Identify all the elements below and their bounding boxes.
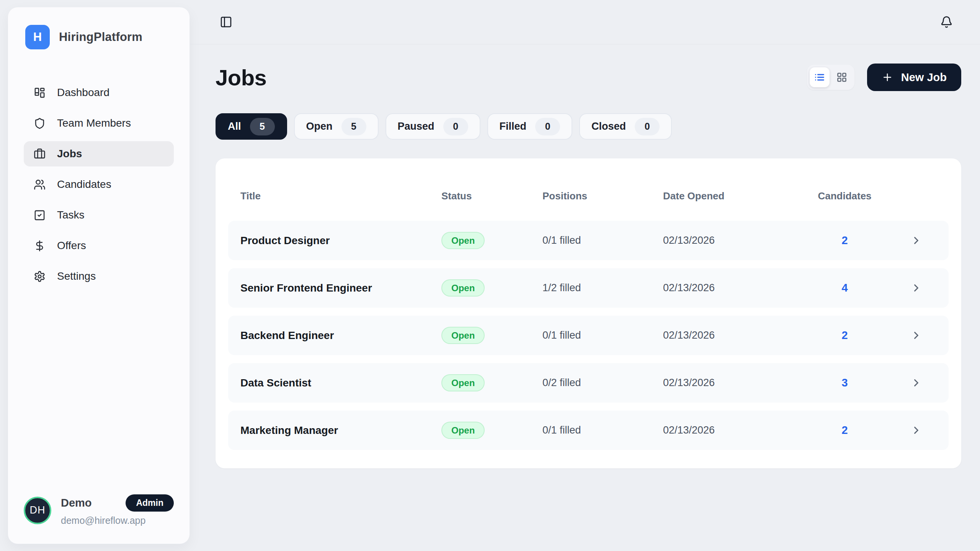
grid-view-button[interactable]	[832, 67, 852, 87]
status-badge: Open	[441, 279, 485, 297]
app-logo-icon: H	[25, 25, 50, 49]
notifications-button[interactable]	[940, 16, 953, 28]
sidebar-item-label: Dashboard	[57, 86, 109, 99]
candidates-count[interactable]: 4	[815, 282, 874, 294]
filter-tab[interactable]: Closed 0	[579, 113, 672, 140]
sidebar-item-offers[interactable]: Offers	[24, 233, 174, 258]
filter-tab[interactable]: All 5	[216, 113, 287, 140]
sidebar-item-dashboard[interactable]: Dashboard	[24, 80, 174, 105]
list-view-button[interactable]	[810, 67, 830, 87]
sidebar: H HiringPlatform Dashboard Team Members …	[8, 7, 190, 544]
filter-label: Closed	[591, 121, 626, 132]
role-badge: Admin	[126, 494, 174, 512]
date-opened-cell: 02/13/2026	[663, 235, 815, 246]
positions-cell: 0/1 filled	[542, 424, 663, 436]
job-title: Product Designer	[240, 235, 441, 247]
sidebar-toggle-button[interactable]	[220, 16, 232, 28]
filter-count-badge: 5	[341, 118, 366, 135]
filter-count-badge: 0	[635, 118, 660, 135]
briefcase-icon	[34, 148, 46, 160]
filter-tab[interactable]: Paused 0	[385, 113, 480, 140]
status-filters: All 5 Open 5 Paused 0 Filled 0	[216, 113, 961, 140]
candidates-count[interactable]: 3	[815, 377, 874, 389]
filter-count-badge: 0	[535, 118, 560, 135]
table-row[interactable]: Data Scientist Open 0/2 filled 02/13/202…	[228, 363, 949, 403]
view-toggle	[807, 65, 854, 90]
column-header-title: Title	[240, 190, 441, 202]
date-opened-cell: 02/13/2026	[663, 329, 815, 341]
sidebar-item-label: Tasks	[57, 209, 85, 221]
candidates-count[interactable]: 2	[815, 234, 874, 247]
table-row[interactable]: Product Designer Open 0/1 filled 02/13/2…	[228, 221, 949, 260]
plus-icon	[882, 72, 893, 83]
sidebar-item-label: Candidates	[57, 178, 111, 191]
sidebar-item-settings[interactable]: Settings	[24, 264, 174, 289]
column-header-date-opened: Date Opened	[663, 190, 815, 202]
sidebar-item-candidates[interactable]: Candidates	[24, 172, 174, 197]
candidates-count[interactable]: 2	[815, 424, 874, 437]
app-logo: H HiringPlatform	[8, 7, 189, 49]
sidebar-item-label: Offers	[57, 240, 86, 252]
filter-label: Filled	[500, 121, 527, 132]
task-check-icon	[34, 209, 46, 221]
content: Jobs New Job All	[190, 64, 980, 468]
chevron-right-icon[interactable]	[910, 377, 922, 389]
sidebar-user[interactable]: DH Demo Admin demo@hireflow.app	[8, 494, 189, 544]
filter-label: Open	[306, 121, 333, 132]
filter-tab[interactable]: Filled 0	[487, 113, 573, 140]
job-title: Senior Frontend Engineer	[240, 282, 441, 294]
sidebar-item-label: Jobs	[57, 148, 82, 160]
dashboard-icon	[34, 87, 46, 99]
job-title: Backend Engineer	[240, 329, 441, 342]
table-row[interactable]: Backend Engineer Open 0/1 filled 02/13/2…	[228, 316, 949, 355]
filter-label: Paused	[398, 121, 434, 132]
sidebar-item-label: Team Members	[57, 117, 131, 129]
jobs-table-card: Title Status Positions Date Opened Candi…	[216, 158, 961, 468]
table-row[interactable]: Senior Frontend Engineer Open 1/2 filled…	[228, 268, 949, 308]
column-header-positions: Positions	[542, 190, 663, 202]
chevron-right-icon[interactable]	[910, 235, 922, 246]
filter-label: All	[228, 121, 241, 132]
new-job-button[interactable]: New Job	[867, 64, 961, 91]
app-name: HiringPlatform	[59, 30, 142, 44]
positions-cell: 0/1 filled	[542, 329, 663, 341]
status-badge: Open	[441, 374, 485, 391]
status-badge: Open	[441, 422, 485, 439]
chevron-right-icon[interactable]	[910, 424, 922, 436]
positions-cell: 0/2 filled	[542, 377, 663, 389]
gear-icon	[34, 271, 46, 282]
column-header-candidates: Candidates	[815, 190, 874, 202]
sidebar-item-jobs[interactable]: Jobs	[24, 141, 174, 166]
filter-count-badge: 0	[443, 118, 468, 135]
avatar: DH	[24, 497, 51, 524]
positions-cell: 0/1 filled	[542, 235, 663, 246]
status-badge: Open	[441, 232, 485, 249]
user-meta: Demo Admin demo@hireflow.app	[61, 494, 174, 526]
sidebar-item-team-members[interactable]: Team Members	[24, 111, 174, 136]
main-area: Jobs New Job All	[190, 0, 980, 551]
positions-cell: 1/2 filled	[542, 282, 663, 294]
job-title: Marketing Manager	[240, 424, 441, 437]
shield-icon	[34, 117, 46, 129]
grid-view-icon	[836, 72, 847, 83]
status-badge: Open	[441, 327, 485, 344]
list-view-icon	[814, 72, 825, 83]
candidates-count[interactable]: 2	[815, 329, 874, 342]
date-opened-cell: 02/13/2026	[663, 282, 815, 294]
date-opened-cell: 02/13/2026	[663, 424, 815, 436]
table-header-row: Title Status Positions Date Opened Candi…	[228, 171, 949, 221]
filter-count-badge: 5	[250, 118, 275, 135]
bell-icon	[940, 16, 953, 28]
table-body: Product Designer Open 0/1 filled 02/13/2…	[228, 221, 949, 450]
chevron-right-icon[interactable]	[910, 282, 922, 294]
chevron-right-icon[interactable]	[910, 329, 922, 341]
job-title: Data Scientist	[240, 377, 441, 389]
sidebar-nav: Dashboard Team Members Jobs Candidates T…	[8, 80, 189, 289]
filter-tab[interactable]: Open 5	[294, 113, 379, 140]
topbar	[190, 0, 980, 44]
table-row[interactable]: Marketing Manager Open 0/1 filled 02/13/…	[228, 411, 949, 450]
sidebar-item-tasks[interactable]: Tasks	[24, 202, 174, 228]
date-opened-cell: 02/13/2026	[663, 377, 815, 389]
new-job-label: New Job	[901, 71, 947, 84]
dollar-icon	[34, 240, 46, 252]
